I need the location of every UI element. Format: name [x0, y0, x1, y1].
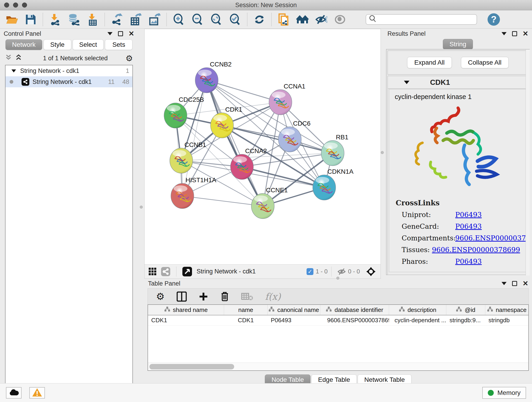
crosslink-compartments-link[interactable]: 9606.ENSP00000378699 [455, 234, 528, 242]
gene-section-header[interactable]: CDK1 [388, 76, 528, 89]
network-row-selected[interactable]: String Network - cdk1 11 48 [6, 76, 133, 87]
tab-network[interactable]: Network [6, 39, 42, 50]
crosslink-uniprot-link[interactable]: P06493 [455, 211, 482, 219]
column-header-database-identifier[interactable]: database identifier [320, 305, 389, 315]
control-panel-float-icon[interactable] [118, 31, 123, 36]
birdseye-toggle-icon[interactable] [182, 267, 192, 276]
zoom-fit-button[interactable] [210, 13, 222, 26]
search-bar[interactable] [366, 14, 477, 25]
network-node-ccna1[interactable]: CCNA1 [269, 83, 305, 115]
right-divider-grip[interactable] [381, 151, 384, 154]
network-collection-row[interactable]: String Network - cdk1 1 [6, 65, 133, 76]
title-bar: Session: New Session [0, 0, 532, 10]
column-header-description[interactable]: description [389, 305, 446, 315]
tab-sets[interactable]: Sets [105, 39, 133, 50]
show-all-button[interactable] [334, 13, 346, 26]
expand-all-button[interactable]: Expand All [407, 57, 452, 68]
crosslink-genecard-link[interactable]: P06493 [455, 222, 482, 230]
table-panel-close-icon[interactable]: ✕ [523, 281, 528, 286]
network-node-ccne1[interactable]: CCNE1 [251, 186, 288, 219]
crosshair-icon[interactable] [366, 267, 376, 277]
memory-button[interactable]: Memory [482, 387, 526, 399]
warnings-button[interactable] [29, 387, 45, 399]
help-button[interactable]: ? [488, 13, 500, 26]
node-label: CCNB1 [184, 141, 206, 148]
delete-table-icon[interactable] [241, 293, 253, 301]
selected-checkbox-icon[interactable]: ✓ [307, 268, 313, 275]
column-header-canonical-name[interactable]: canonical name [268, 305, 320, 315]
hide-selected-button[interactable] [315, 13, 327, 26]
network-node-rb1[interactable]: RB1 [321, 134, 348, 166]
results-vertical-scrollbar[interactable] [526, 50, 530, 275]
network-node-hist1h1a[interactable]: HIST1H1A [171, 177, 216, 209]
column-header-namespace[interactable]: namespace [485, 305, 528, 315]
network-edge[interactable] [207, 80, 263, 206]
network-canvas[interactable]: CCNB2CCNA1CDC25BCDK1CDC6RB1CCNB1CCNA2CDK… [145, 29, 380, 264]
network-node-cdc25b[interactable]: CDC25B [164, 96, 204, 128]
import-network-icon [50, 13, 60, 26]
hierarchy-icon [326, 306, 332, 313]
expand-all-networks-icon[interactable] [5, 54, 12, 63]
apply-layout-button[interactable] [253, 13, 265, 26]
network-node-ccnb2[interactable]: CCNB2 [195, 61, 232, 93]
control-panel-tabs: Network Style Select Sets [0, 39, 138, 50]
protein-structure-image [409, 106, 507, 196]
collapse-all-networks-icon[interactable] [15, 54, 22, 63]
gene-caret-icon[interactable] [404, 81, 409, 84]
export-network-button[interactable] [111, 13, 123, 26]
cloud-button[interactable] [6, 387, 22, 399]
network-node-cdk1[interactable]: CDK1 [210, 106, 242, 138]
table-options-gear-icon[interactable]: ⚙ [156, 293, 165, 301]
tab-select[interactable]: Select [73, 39, 104, 50]
tab-string[interactable]: String [443, 39, 473, 50]
table-row[interactable]: CDK1 CDK1 P06493 9606.ENSP00000378699 cy… [148, 315, 528, 325]
save-session-button[interactable] [25, 13, 37, 26]
tab-style[interactable]: Style [44, 39, 71, 50]
share-view-icon[interactable] [161, 267, 170, 276]
main-toolbar: ? [0, 10, 532, 29]
results-panel-close-icon[interactable]: ✕ [523, 31, 528, 36]
import-network-button[interactable] [49, 13, 61, 26]
grid-view-icon[interactable] [149, 268, 157, 275]
results-panel-collapse-icon[interactable] [501, 32, 507, 35]
bottom-divider-grip[interactable] [336, 277, 339, 280]
function-builder-icon[interactable]: f(x) [265, 291, 281, 302]
table-panel-float-icon[interactable] [512, 281, 517, 286]
export-table-button[interactable] [130, 13, 142, 26]
node-label: CCNA2 [245, 147, 267, 154]
network-edge[interactable] [182, 196, 263, 206]
zoom-selected-button[interactable] [229, 13, 241, 26]
search-input[interactable] [376, 16, 472, 23]
table-panel-collapse-icon[interactable] [501, 282, 507, 285]
show-columns-icon[interactable] [177, 292, 187, 302]
crosslink-tissues-link[interactable]: 9606.ENSP00000378699 [432, 246, 520, 254]
column-header-name[interactable]: name [224, 305, 268, 315]
column-header-shared-name[interactable]: shared name [148, 305, 224, 315]
clone-network-button[interactable] [278, 13, 290, 26]
import-table-button[interactable] [87, 13, 99, 26]
results-panel-float-icon[interactable] [512, 31, 517, 36]
control-panel-collapse-icon[interactable] [108, 32, 113, 35]
left-divider-grip[interactable] [140, 206, 143, 209]
collection-caret-icon[interactable] [12, 70, 16, 72]
collapse-all-button[interactable]: Collapse All [461, 57, 509, 68]
column-header-id[interactable]: @id [446, 305, 485, 315]
crosslink-label: GeneCard: [396, 222, 455, 230]
zoom-out-button[interactable] [191, 13, 203, 26]
import-network-database-button[interactable] [68, 13, 80, 26]
control-panel-close-icon[interactable]: ✕ [128, 31, 134, 36]
network-node-cdkn1a[interactable]: CDKN1A [313, 168, 354, 200]
zoom-in-button[interactable] [173, 13, 185, 26]
network-options-gear-icon[interactable]: ⚙ [126, 54, 133, 63]
zoom-out-icon [192, 13, 203, 26]
birdseye-button[interactable] [297, 13, 308, 26]
export-image-button[interactable] [148, 13, 160, 26]
crosslink-pharos-link[interactable]: P06493 [455, 257, 482, 265]
table-horizontal-scrollbar[interactable] [148, 363, 528, 370]
open-session-button[interactable] [6, 13, 18, 26]
add-column-icon[interactable] [199, 292, 208, 301]
delete-column-icon[interactable] [220, 291, 229, 302]
network-edge[interactable] [222, 125, 333, 153]
scrollbar-thumb[interactable] [149, 364, 234, 370]
network-node-ccnb1[interactable]: CCNB1 [170, 141, 206, 173]
